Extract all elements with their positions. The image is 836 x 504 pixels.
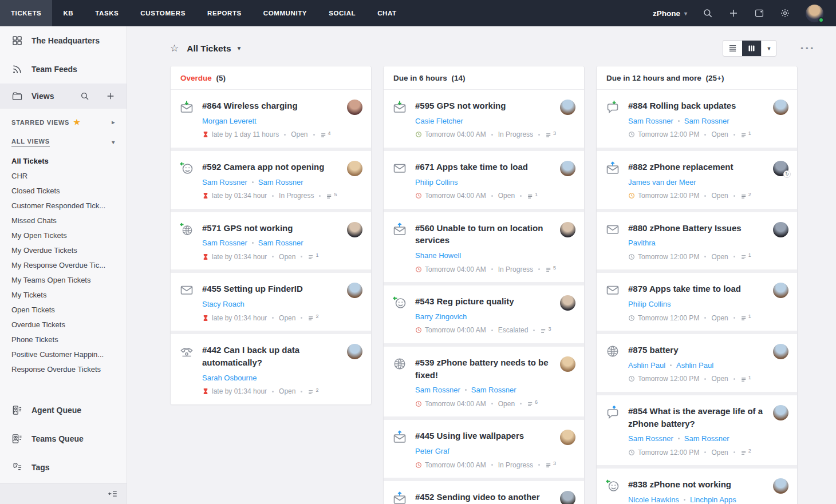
thread-count[interactable]: 2 bbox=[740, 448, 751, 457]
nav-tab-customers[interactable]: CUSTOMERS bbox=[129, 0, 196, 26]
ticket-avatar[interactable] bbox=[560, 295, 575, 311]
chevron-down-icon[interactable]: ▼ bbox=[236, 45, 242, 51]
ticket-avatar[interactable] bbox=[773, 222, 788, 237]
nav-tab-reports[interactable]: REPORTS bbox=[196, 0, 253, 26]
ticket-card[interactable]: #875 battery Ashlin PaulAshlin Paul Tomo… bbox=[597, 334, 797, 392]
view-item[interactable]: Missed Chats bbox=[0, 213, 127, 228]
contact-link[interactable]: Sam Rossner bbox=[258, 239, 303, 247]
sidebar-item-teams-queue[interactable]: Teams Queue bbox=[0, 424, 127, 453]
thread-count[interactable]: 3 bbox=[545, 461, 556, 469]
thread-count[interactable]: 5 bbox=[545, 265, 556, 273]
contact-link[interactable]: James van der Meer bbox=[628, 178, 696, 186]
ticket-title[interactable]: #838 zPhone not working bbox=[628, 478, 788, 491]
add-icon[interactable] bbox=[728, 8, 739, 18]
ticket-title[interactable]: #671 Apps take time to load bbox=[415, 161, 575, 173]
contact-link[interactable]: Sam Rossner bbox=[202, 239, 247, 247]
ticket-avatar[interactable] bbox=[347, 100, 362, 115]
sidebar-item-views[interactable]: Views bbox=[0, 84, 127, 109]
ticket-title[interactable]: #445 Using live wallpapers bbox=[415, 430, 575, 442]
ticket-avatar[interactable] bbox=[773, 344, 788, 359]
contact-link[interactable]: Sam Rossner bbox=[684, 117, 729, 125]
feedback-icon[interactable] bbox=[754, 8, 764, 18]
chevron-down-icon[interactable]: ▾ bbox=[112, 139, 115, 145]
thread-count[interactable]: 5 bbox=[326, 192, 337, 200]
contact-link[interactable]: Sam Rossner bbox=[415, 386, 460, 394]
ticket-card[interactable]: #442 Can I back up data automatically? S… bbox=[171, 334, 371, 404]
thread-count[interactable]: 2 bbox=[307, 313, 318, 322]
star-outline-icon[interactable]: ☆ bbox=[170, 42, 179, 54]
sidebar-item-the-headquarters[interactable]: The Headquarters bbox=[0, 26, 127, 55]
contact-link[interactable]: Ashlin Paul bbox=[628, 361, 665, 370]
contact-link[interactable]: Sam Rossner bbox=[202, 178, 247, 186]
ticket-card[interactable]: #838 zPhone not working Nicole HawkinsLi… bbox=[597, 469, 797, 504]
nav-tab-tickets[interactable]: TICKETS bbox=[0, 0, 52, 26]
ticket-card[interactable]: #671 Apps take time to load Philip Colli… bbox=[384, 151, 584, 209]
nav-tab-community[interactable]: COMMUNITY bbox=[253, 0, 318, 26]
thread-count[interactable]: 4 bbox=[320, 130, 331, 139]
view-item[interactable]: My Teams Open Tickets bbox=[0, 272, 127, 287]
view-item[interactable]: Positive Customer Happin... bbox=[0, 347, 127, 362]
ticket-title[interactable]: #543 Reg picture quality bbox=[415, 295, 575, 308]
ticket-title[interactable]: #442 Can I back up data automatically? bbox=[202, 344, 362, 369]
kanban-view-button[interactable] bbox=[742, 41, 761, 56]
search-icon[interactable] bbox=[703, 8, 713, 18]
view-item[interactable]: Overdue Tickets bbox=[0, 317, 127, 332]
ticket-title[interactable]: #880 zPhone Battery Issues bbox=[628, 222, 788, 235]
ticket-card[interactable]: #880 zPhone Battery Issues Pavithra Tomo… bbox=[597, 212, 797, 270]
contact-link[interactable]: Philip Collins bbox=[628, 300, 671, 308]
contact-link[interactable]: Shane Howell bbox=[415, 251, 461, 260]
view-item[interactable]: Customer Responded Tick... bbox=[0, 198, 127, 213]
ticket-card[interactable]: #854 What is the average life of a zPhon… bbox=[597, 395, 797, 466]
view-item[interactable]: Phone Tickets bbox=[0, 332, 127, 347]
ticket-card[interactable]: #884 Rolling back updates Sam RossnerSam… bbox=[597, 90, 797, 148]
ticket-avatar[interactable] bbox=[773, 405, 788, 420]
thread-count[interactable]: 1 bbox=[740, 130, 751, 139]
thread-count[interactable]: 1 bbox=[740, 375, 751, 383]
contact-link[interactable]: Morgan Leverett bbox=[202, 117, 257, 125]
ticket-avatar[interactable] bbox=[560, 161, 575, 176]
page-title[interactable]: All Tickets bbox=[187, 43, 231, 54]
nav-tab-tasks[interactable]: TASKS bbox=[84, 0, 129, 26]
thread-count[interactable]: 1 bbox=[740, 313, 751, 322]
sidebar-item-tags[interactable]: Tags bbox=[0, 453, 127, 482]
ticket-card[interactable]: #879 Apps take time to load Philip Colli… bbox=[597, 273, 797, 331]
contact-link[interactable]: Ashlin Paul bbox=[676, 361, 713, 370]
ticket-avatar[interactable] bbox=[560, 222, 575, 237]
ticket-avatar[interactable] bbox=[347, 344, 362, 359]
ticket-title[interactable]: #864 Wireless charging bbox=[202, 100, 362, 112]
thread-count[interactable]: 3 bbox=[545, 130, 556, 139]
contact-link[interactable]: Sam Rossner bbox=[684, 434, 729, 443]
starred-views-header[interactable]: STARRED VIEWS ★ ▸ bbox=[0, 109, 127, 129]
add-view-icon[interactable] bbox=[106, 92, 115, 101]
view-item[interactable]: Closed Tickets bbox=[0, 183, 127, 198]
view-item[interactable]: All Tickets bbox=[0, 153, 127, 168]
ticket-title[interactable]: #455 Setting up FinderID bbox=[202, 283, 362, 295]
ticket-avatar[interactable] bbox=[347, 161, 362, 176]
chevron-right-icon[interactable]: ▸ bbox=[112, 119, 115, 125]
ticket-title[interactable]: #595 GPS not working bbox=[415, 100, 575, 112]
contact-link[interactable]: Philip Collins bbox=[415, 178, 458, 186]
view-item[interactable]: Response Overdue Tickets bbox=[0, 362, 127, 376]
nav-tab-social[interactable]: SOCIAL bbox=[318, 0, 366, 26]
ticket-avatar[interactable] bbox=[560, 356, 575, 372]
view-options-caret[interactable]: ▼ bbox=[761, 41, 776, 56]
ticket-title[interactable]: #854 What is the average life of a zPhon… bbox=[628, 405, 788, 430]
contact-link[interactable]: Peter Graf bbox=[415, 447, 449, 455]
nav-tab-chat[interactable]: CHAT bbox=[366, 0, 408, 26]
ticket-avatar[interactable]: ↻ bbox=[773, 161, 788, 176]
view-item[interactable]: CHR bbox=[0, 168, 127, 183]
contact-link[interactable]: Sarah Osbourne bbox=[202, 374, 257, 382]
department-selector[interactable]: zPhone ▾ bbox=[653, 9, 687, 18]
ticket-card[interactable]: #539 zPhone battery needs to be fixed! S… bbox=[384, 347, 584, 417]
ticket-title[interactable]: #539 zPhone battery needs to be fixed! bbox=[415, 356, 575, 382]
more-options-icon[interactable]: ••• bbox=[800, 44, 815, 53]
ticket-card[interactable]: #864 Wireless charging Morgan Leverett l… bbox=[171, 90, 371, 148]
thread-count[interactable]: 2 bbox=[740, 192, 751, 200]
nav-tab-kb[interactable]: KB bbox=[52, 0, 84, 26]
collapse-sidebar-icon[interactable] bbox=[108, 489, 118, 499]
ticket-card[interactable]: #445 Using live wallpapers Peter Graf To… bbox=[384, 420, 584, 478]
contact-link[interactable]: Nicole Hawkins bbox=[628, 495, 679, 504]
search-views-icon[interactable] bbox=[80, 92, 89, 101]
contact-link[interactable]: Sam Rossner bbox=[628, 434, 673, 443]
contact-link[interactable]: Casie Fletcher bbox=[415, 117, 463, 125]
